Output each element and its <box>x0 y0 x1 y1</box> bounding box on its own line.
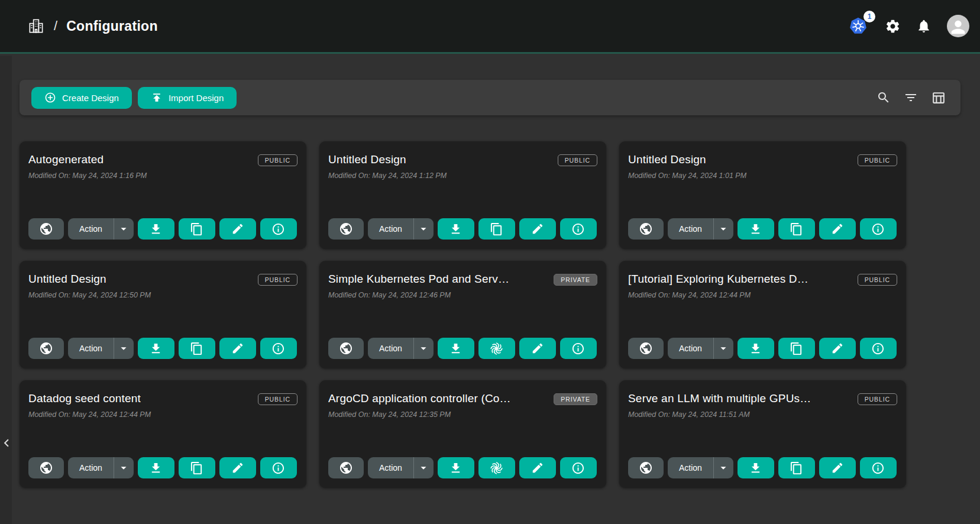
download-button[interactable] <box>738 218 774 240</box>
clone-button[interactable] <box>179 457 215 478</box>
visibility-globe-button[interactable] <box>328 457 364 478</box>
action-dropdown-button[interactable] <box>414 218 434 240</box>
design-title: ArgoCD application controller (Co… <box>328 392 511 405</box>
edit-button[interactable] <box>819 338 856 359</box>
action-split-button: Action <box>68 457 134 478</box>
drawer-collapse-button[interactable] <box>0 434 13 452</box>
download-button[interactable] <box>138 338 174 359</box>
visibility-globe-button[interactable] <box>28 218 64 240</box>
person-icon <box>948 17 968 37</box>
settings-button[interactable] <box>885 18 901 34</box>
visibility-globe-button[interactable] <box>328 218 364 240</box>
chevron-down-icon <box>717 222 730 235</box>
import-design-button[interactable]: Import Design <box>138 87 237 109</box>
clone-button[interactable] <box>778 218 815 240</box>
design-title: Autogenerated <box>28 153 104 166</box>
action-split-button: Action <box>368 218 434 240</box>
info-button[interactable] <box>860 338 897 359</box>
edit-button[interactable] <box>519 457 556 478</box>
info-button[interactable] <box>560 457 597 478</box>
design-title: Untitled Design <box>628 153 706 166</box>
clone-button[interactable] <box>179 218 215 240</box>
edit-button[interactable] <box>219 338 256 359</box>
action-dropdown-button[interactable] <box>714 218 733 240</box>
action-dropdown-button[interactable] <box>114 338 134 359</box>
building-icon[interactable] <box>27 17 45 35</box>
visibility-globe-button[interactable] <box>328 338 364 359</box>
edit-button[interactable] <box>819 218 856 240</box>
globe-icon <box>339 341 353 355</box>
action-button[interactable]: Action <box>668 218 713 240</box>
visibility-globe-button[interactable] <box>628 218 664 240</box>
action-button[interactable]: Action <box>68 338 114 359</box>
info-icon <box>271 342 285 355</box>
action-button[interactable]: Action <box>368 338 413 359</box>
info-button[interactable] <box>860 457 897 478</box>
info-button[interactable] <box>560 218 597 240</box>
download-button[interactable] <box>738 338 774 359</box>
action-split-button: Action <box>368 338 434 359</box>
action-dropdown-button[interactable] <box>414 338 434 359</box>
globe-icon <box>39 341 53 355</box>
clone-button[interactable] <box>478 218 515 240</box>
download-button[interactable] <box>738 457 774 478</box>
chevron-down-icon <box>417 342 430 355</box>
action-dropdown-button[interactable] <box>714 338 733 359</box>
info-icon <box>871 342 885 355</box>
clone-button[interactable] <box>778 338 815 359</box>
create-design-button[interactable]: Create Design <box>31 87 132 109</box>
action-button[interactable]: Action <box>368 457 413 478</box>
action-dropdown-button[interactable] <box>114 218 134 240</box>
visibility-globe-button[interactable] <box>28 457 64 478</box>
avatar[interactable] <box>947 15 969 37</box>
search-button[interactable] <box>875 89 892 106</box>
action-button[interactable]: Action <box>668 338 713 359</box>
info-button[interactable] <box>260 218 297 240</box>
clone-button[interactable] <box>179 338 215 359</box>
add-circle-icon <box>44 92 56 103</box>
download-button[interactable] <box>138 218 174 240</box>
kubernetes-status-button[interactable]: 1 <box>847 15 869 37</box>
visibility-globe-button[interactable] <box>28 338 64 359</box>
edit-icon <box>831 342 844 355</box>
globe-icon <box>639 341 653 355</box>
modified-timestamp: Modified On: May 24, 2024 12:46 PM <box>328 291 597 299</box>
action-button[interactable]: Action <box>68 218 114 240</box>
info-icon <box>571 461 585 475</box>
download-icon <box>749 461 762 475</box>
edit-button[interactable] <box>219 457 256 478</box>
action-button[interactable]: Action <box>668 457 713 478</box>
info-button[interactable] <box>260 338 297 359</box>
notifications-button[interactable] <box>916 18 932 34</box>
visibility-globe-button[interactable] <box>628 338 664 359</box>
download-button[interactable] <box>438 457 474 478</box>
action-button[interactable]: Action <box>68 457 114 478</box>
table-view-button[interactable] <box>929 89 947 107</box>
info-icon <box>571 222 585 236</box>
info-button[interactable] <box>260 457 297 478</box>
table-view-icon <box>931 90 946 105</box>
design-card: Untitled Design PUBLIC Modified On: May … <box>20 261 306 368</box>
action-button[interactable]: Action <box>368 218 413 240</box>
info-button[interactable] <box>560 338 597 359</box>
toolbar-view-controls <box>875 89 951 107</box>
edit-button[interactable] <box>519 338 556 359</box>
info-button[interactable] <box>860 218 897 240</box>
clone-button[interactable] <box>778 457 815 478</box>
action-dropdown-button[interactable] <box>714 457 733 478</box>
action-dropdown-button[interactable] <box>114 457 134 478</box>
visibility-globe-button[interactable] <box>628 457 664 478</box>
edit-button[interactable] <box>519 218 556 240</box>
clone-button[interactable] <box>478 338 515 359</box>
cards-grid: Autogenerated PUBLIC Modified On: May 24… <box>20 141 960 488</box>
modified-timestamp: Modified On: May 24, 2024 12:44 PM <box>628 291 897 299</box>
edit-button[interactable] <box>219 218 256 240</box>
copy-icon <box>190 461 203 475</box>
edit-button[interactable] <box>819 457 856 478</box>
download-button[interactable] <box>438 338 474 359</box>
action-dropdown-button[interactable] <box>414 457 434 478</box>
download-button[interactable] <box>138 457 174 478</box>
download-button[interactable] <box>438 218 474 240</box>
filter-button[interactable] <box>902 89 920 106</box>
clone-button[interactable] <box>478 457 515 478</box>
